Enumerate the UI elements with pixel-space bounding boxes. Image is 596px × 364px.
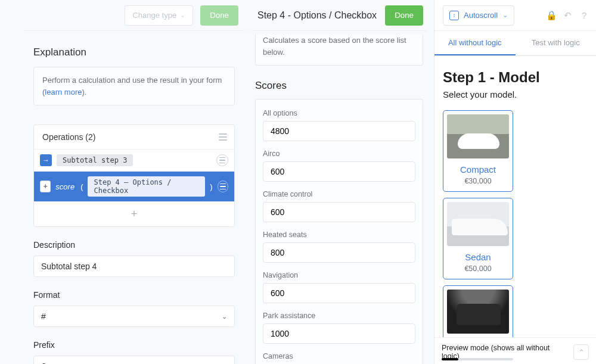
done-button[interactable]: Done [200,5,238,26]
open-paren: ( [80,182,83,191]
middle-header: Step 4 - Options / Checkbox Done [252,0,427,31]
operations-box: Operations (2) → Subtotal step 3 + score… [33,125,235,227]
tab-test-with-logic[interactable]: Test with logic [516,31,597,55]
preview-footer: Preview mode (shows all without logic) ⌃ [434,337,596,364]
operation-chip: Step 4 – Options / Checkbox [88,176,205,197]
score-input-climate-control[interactable] [263,202,415,222]
middle-panel: Step 4 - Options / Checkbox Done Calcula… [252,0,427,364]
middle-title: Step 4 - Options / Checkbox [257,10,377,21]
plus-icon: + [40,181,51,192]
description-input[interactable] [33,256,235,277]
operations-header: Operations (2) [34,125,234,150]
header-icons: 🔒 ↶ ? [546,10,591,21]
progress-bar [442,358,513,360]
preview-panel: Autoscroll ⌄ 🔒 ↶ ? All without logic Tes… [434,0,596,364]
chevron-down-icon: ⌄ [222,313,227,321]
chevron-down-icon: ⌄ [502,11,508,19]
score-input-park-assistance[interactable] [263,323,415,344]
model-image [447,290,509,334]
preview-tabs: All without logic Test with logic [434,31,596,56]
row-menu-icon[interactable] [216,154,228,166]
learn-more-link[interactable]: learn more [45,88,82,97]
step-heading: Step 1 - Model [443,69,588,86]
help-icon[interactable]: ? [582,10,591,21]
middle-explain-box: Calculates a score based on the score li… [255,35,423,66]
score-label: All options [263,109,415,117]
scores-title: Scores [255,80,423,92]
change-type-label: Change type [132,11,176,20]
score-keyword: score [55,182,74,191]
close-paren: ) [210,182,212,191]
format-label: Format [33,290,235,300]
change-type-dropdown[interactable]: Change type ⌄ [125,5,193,26]
score-input-heated-seats[interactable] [263,242,415,263]
add-operation-button[interactable]: + [34,202,234,226]
chevron-down-icon: ⌄ [180,11,185,19]
preview-header: Autoscroll ⌄ 🔒 ↶ ? [434,0,596,31]
score-label: Park assistance [263,312,415,320]
model-cards: Compact €30,000 Sedan €50,000 SUV €60,00… [443,110,588,364]
format-select[interactable]: # ⌄ [33,306,235,327]
menu-icon[interactable] [219,133,227,141]
explanation-box: Perform a calculation and use the result… [33,67,235,105]
explanation-text-post: ). [82,88,86,97]
left-header: Change type ⌄ Done [24,0,244,31]
autoscroll-dropdown[interactable]: Autoscroll ⌄ [443,5,514,26]
model-image [447,114,509,158]
step-subheading: Select your model. [443,89,588,99]
model-name: Compact [447,164,509,175]
model-card-compact[interactable]: Compact €30,000 [443,110,513,192]
left-panel: Change type ⌄ Done Explanation Perform a… [24,0,244,364]
autoscroll-label: Autoscroll [464,11,498,20]
model-price: €50,000 [447,265,509,273]
autoscroll-icon [449,11,459,20]
scroll-up-button[interactable]: ⌃ [573,344,589,360]
model-card-sedan[interactable]: Sedan €50,000 [443,198,513,279]
preview-body: Step 1 - Model Select your model. Compac… [434,56,596,364]
undo-icon[interactable]: ↶ [564,10,573,21]
score-input-all-options[interactable] [263,121,415,141]
operation-chip: Subtotal step 3 [57,154,133,166]
arrow-right-icon: → [40,154,52,166]
format-value: # [41,312,46,321]
operation-row-active[interactable]: + score ( Step 4 – Options / Checkbox ) [34,172,234,202]
score-label: Cameras [263,352,415,360]
scores-box: All options Airco Climate control Heated… [255,99,423,364]
prefix-input[interactable] [33,356,235,364]
score-input-navigation[interactable] [263,283,415,303]
score-label: Airco [263,150,415,158]
model-price: €30,000 [447,177,509,185]
row-menu-icon[interactable] [218,181,228,192]
done-button[interactable]: Done [385,5,423,26]
score-label: Navigation [263,271,415,279]
middle-explain-text: Calculates a score based on the score li… [263,36,406,57]
score-label: Climate control [263,190,415,198]
model-name: Sedan [447,252,509,262]
description-label: Description [33,240,235,250]
explanation-title: Explanation [33,46,235,58]
lock-icon[interactable]: 🔒 [546,10,555,21]
operation-row[interactable]: → Subtotal step 3 [34,150,234,172]
model-image [447,202,509,246]
operations-title: Operations (2) [42,132,95,142]
score-input-airco[interactable] [263,161,415,182]
prefix-label: Prefix [33,340,235,350]
tab-all-without-logic[interactable]: All without logic [434,31,516,55]
score-label: Heated seats [263,231,415,239]
